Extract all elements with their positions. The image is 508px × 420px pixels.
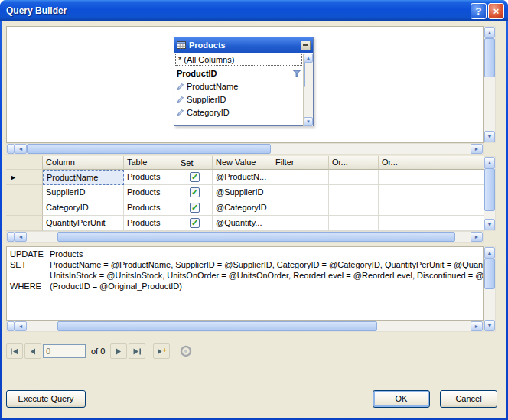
sql-horizontal-scrollbar[interactable]: ◄ ► xyxy=(6,321,484,332)
scroll-thumb[interactable] xyxy=(484,168,495,211)
grid-header-set[interactable]: Set xyxy=(177,156,213,170)
cell-or1[interactable] xyxy=(329,200,379,216)
grid-header-or1[interactable]: Or... xyxy=(329,156,379,170)
cell-or2[interactable] xyxy=(379,216,428,231)
column-row-categoryid[interactable]: CategoryID xyxy=(174,106,303,119)
row-selector[interactable] xyxy=(6,200,43,216)
scroll-track[interactable] xyxy=(27,232,471,242)
checkbox-checked-icon[interactable]: ✓ xyxy=(190,218,200,228)
products-table-header[interactable]: Products xyxy=(174,37,313,53)
scroll-track[interactable] xyxy=(27,321,471,331)
column-row-productid[interactable]: ProductID xyxy=(174,67,303,80)
sql-text-area[interactable]: UPDATE Products SET ProductName = @Produ… xyxy=(6,246,484,321)
scroll-track[interactable] xyxy=(484,168,495,219)
cell-or2[interactable] xyxy=(379,185,428,200)
diagram-vertical-scrollbar[interactable]: ▲ ▼ xyxy=(484,26,496,143)
scroll-track[interactable] xyxy=(27,144,471,154)
diagram-horizontal-scrollbar[interactable]: ◄ ► xyxy=(6,143,484,155)
scroll-track[interactable] xyxy=(304,63,313,117)
scroll-thumb[interactable] xyxy=(57,232,455,242)
grid-header-table[interactable]: Table xyxy=(124,156,177,170)
table-window-scrollbar[interactable]: ▲ ▼ xyxy=(303,54,313,126)
move-to-new-row-button[interactable] xyxy=(153,343,170,359)
cell-or1[interactable] xyxy=(329,185,379,200)
scroll-left-icon[interactable]: ◄ xyxy=(15,232,27,242)
execute-query-button[interactable]: Execute Query xyxy=(6,390,86,408)
scroll-right-icon[interactable]: ► xyxy=(471,144,483,154)
move-first-button[interactable] xyxy=(6,343,23,359)
scroll-down-icon[interactable]: ▼ xyxy=(304,117,313,126)
pane-splitter-handle[interactable] xyxy=(7,144,15,154)
scroll-thumb[interactable] xyxy=(27,144,271,154)
scroll-right-icon[interactable]: ► xyxy=(471,232,483,242)
cell-column[interactable]: ProductName xyxy=(43,170,124,185)
grid-header-new-value[interactable]: New Value xyxy=(213,156,272,170)
sql-vertical-scrollbar[interactable]: ▲ ▼ xyxy=(484,246,496,332)
cell-table[interactable]: Products xyxy=(124,216,177,231)
cell-set[interactable]: ✓ xyxy=(177,200,213,216)
scroll-right-icon[interactable]: ► xyxy=(471,321,483,331)
cell-set[interactable]: ✓ xyxy=(177,170,213,185)
cell-set[interactable]: ✓ xyxy=(177,185,213,200)
grid-header-or2[interactable]: Or... xyxy=(379,156,428,170)
scroll-thumb[interactable] xyxy=(304,63,305,87)
close-button[interactable]: × xyxy=(488,3,504,19)
cell-filter[interactable] xyxy=(272,200,329,216)
scroll-thumb[interactable] xyxy=(484,259,495,289)
cell-new-value[interactable]: @ProductN... xyxy=(213,170,272,185)
grid-header-filter[interactable]: Filter xyxy=(272,156,329,170)
scroll-thumb[interactable] xyxy=(484,38,495,77)
column-row-all-columns[interactable]: * (All Columns) xyxy=(175,54,302,66)
scroll-thumb[interactable] xyxy=(57,321,377,331)
scroll-down-icon[interactable]: ▼ xyxy=(484,219,495,230)
grid-header-column[interactable]: Column xyxy=(43,156,124,170)
cell-filter[interactable] xyxy=(272,170,329,185)
cancel-query-button[interactable] xyxy=(177,343,194,359)
cell-new-value[interactable]: @Quantity... xyxy=(213,216,272,231)
scroll-up-icon[interactable]: ▲ xyxy=(484,157,495,168)
grid-vertical-scrollbar[interactable]: ▲ ▼ xyxy=(484,156,496,231)
cell-or1[interactable] xyxy=(329,170,379,185)
checkbox-checked-icon[interactable]: ✓ xyxy=(190,172,200,182)
products-table-window[interactable]: Products * (All Columns) ProductID xyxy=(174,37,314,126)
scroll-down-icon[interactable]: ▼ xyxy=(484,131,495,142)
scroll-up-icon[interactable]: ▲ xyxy=(484,27,495,38)
scroll-track[interactable] xyxy=(484,38,495,131)
move-next-button[interactable] xyxy=(110,343,127,359)
row-selector[interactable] xyxy=(6,185,43,200)
cell-table[interactable]: Products xyxy=(124,170,177,185)
pane-splitter-handle[interactable] xyxy=(7,321,15,331)
pane-splitter-handle[interactable] xyxy=(7,232,15,242)
scroll-track[interactable] xyxy=(484,259,495,320)
cell-or2[interactable] xyxy=(379,200,428,216)
cell-table[interactable]: Products xyxy=(124,200,177,216)
cell-column[interactable]: CategoryID xyxy=(43,200,124,216)
cell-table[interactable]: Products xyxy=(124,185,177,200)
row-selector[interactable]: ► xyxy=(6,170,43,185)
cell-or2[interactable] xyxy=(379,170,428,185)
diagram-canvas[interactable]: Products * (All Columns) ProductID xyxy=(6,26,484,143)
column-row-productname[interactable]: ProductName xyxy=(174,80,303,93)
move-last-button[interactable] xyxy=(129,343,145,359)
scroll-up-icon[interactable]: ▲ xyxy=(304,54,313,63)
ok-button[interactable]: OK xyxy=(373,390,430,408)
scroll-down-icon[interactable]: ▼ xyxy=(484,320,495,331)
move-previous-button[interactable] xyxy=(24,343,41,359)
checkbox-checked-icon[interactable]: ✓ xyxy=(190,203,200,213)
row-selector[interactable] xyxy=(6,216,43,231)
collapse-table-button[interactable] xyxy=(301,41,311,50)
scroll-left-icon[interactable]: ◄ xyxy=(15,144,27,154)
checkbox-checked-icon[interactable]: ✓ xyxy=(190,187,200,197)
cell-filter[interactable] xyxy=(272,185,329,200)
column-row-supplierid[interactable]: SupplierID xyxy=(174,93,303,106)
cell-new-value[interactable]: @CategoryID xyxy=(213,200,272,216)
cell-new-value[interactable]: @SupplierID xyxy=(213,185,272,200)
cell-column[interactable]: SupplierID xyxy=(43,185,124,200)
cell-or1[interactable] xyxy=(329,216,379,231)
cell-column[interactable]: QuantityPerUnit xyxy=(43,216,124,231)
record-position-input[interactable] xyxy=(43,344,86,358)
scroll-up-icon[interactable]: ▲ xyxy=(484,247,495,259)
titlebar[interactable]: Query Builder ? × xyxy=(0,0,508,21)
cell-filter[interactable] xyxy=(272,216,329,231)
help-button[interactable]: ? xyxy=(471,3,487,19)
